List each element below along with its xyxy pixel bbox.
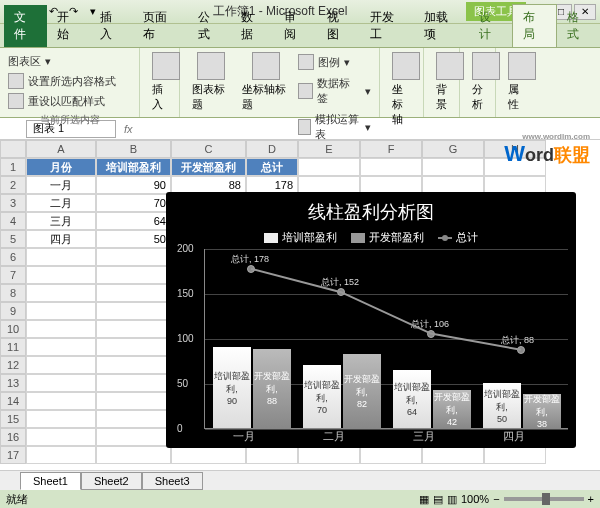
status-ready: 就绪 — [6, 492, 28, 507]
col-G[interactable]: G — [422, 140, 484, 158]
properties-button[interactable]: 属性 — [504, 52, 524, 112]
select-all-corner[interactable] — [0, 140, 26, 158]
bar-train: 培训部盈利,90 — [213, 347, 251, 428]
background-button[interactable]: 背景 — [432, 52, 451, 112]
cell[interactable]: 总计 — [246, 158, 298, 176]
props-icon — [508, 52, 536, 80]
rowhead[interactable]: 8 — [0, 284, 26, 302]
cell[interactable]: 三月 — [26, 212, 96, 230]
legend-button[interactable]: 图例▾ — [298, 52, 371, 72]
cell[interactable]: 70 — [96, 194, 171, 212]
ribbon-tabs: 文件 开始 插入 页面布 公式 数据 审阅 视图 开发工 加载项 设计 布局 格… — [0, 24, 600, 48]
cell[interactable]: 开发部盈利 — [171, 158, 246, 176]
tab-file[interactable]: 文件 — [4, 5, 47, 47]
insert-icon — [152, 52, 180, 80]
zoom-in-button[interactable]: + — [588, 493, 594, 505]
insert-button[interactable]: 插入 — [148, 52, 171, 112]
col-A[interactable]: A — [26, 140, 96, 158]
sheet-tab[interactable]: Sheet3 — [142, 472, 203, 490]
axes-icon — [392, 52, 420, 80]
col-E[interactable]: E — [298, 140, 360, 158]
tab-formula[interactable]: 公式 — [188, 5, 231, 47]
bar-dev: 开发部盈利,38 — [523, 394, 561, 428]
col-B[interactable]: B — [96, 140, 171, 158]
chart-area-dropdown[interactable]: 图表区 ▾ — [8, 52, 131, 71]
legend-icon — [298, 54, 314, 70]
bar-train: 培训部盈利,64 — [393, 370, 431, 428]
cell[interactable]: 四月 — [26, 230, 96, 248]
rowhead[interactable]: 9 — [0, 302, 26, 320]
zoom-slider[interactable] — [504, 497, 584, 501]
cell[interactable] — [360, 158, 422, 176]
format-icon — [8, 73, 24, 89]
rowhead-1[interactable]: 1 — [0, 158, 26, 176]
cell[interactable]: 50 — [96, 230, 171, 248]
rowhead[interactable]: 16 — [0, 428, 26, 446]
rowhead[interactable]: 13 — [0, 374, 26, 392]
tab-layout[interactable]: 布局 — [512, 4, 557, 47]
tab-page-layout[interactable]: 页面布 — [133, 5, 188, 47]
tab-insert[interactable]: 插入 — [90, 5, 133, 47]
col-C[interactable]: C — [171, 140, 246, 158]
chart-legend: 培训部盈利 开发部盈利 总计 — [174, 230, 568, 245]
ribbon-group-selection: 图表区 ▾ 设置所选内容格式 重设以匹配样式 当前所选内容 — [0, 48, 140, 117]
rowhead[interactable]: 3 — [0, 194, 26, 212]
view-layout-icon[interactable]: ▤ — [433, 493, 443, 506]
rowhead[interactable]: 7 — [0, 266, 26, 284]
bar-train: 培训部盈利,70 — [303, 365, 341, 428]
axes-button[interactable]: 坐标轴 — [388, 52, 415, 127]
group-label-selection: 当前所选内容 — [8, 113, 131, 127]
cell[interactable] — [422, 158, 484, 176]
cell[interactable]: 64 — [96, 212, 171, 230]
rowhead[interactable]: 14 — [0, 392, 26, 410]
tab-view[interactable]: 视图 — [317, 5, 360, 47]
cell[interactable]: 90 — [96, 176, 171, 194]
axis-title-icon — [252, 52, 280, 80]
bar-dev: 开发部盈利,42 — [433, 390, 471, 428]
tab-review[interactable]: 审阅 — [274, 5, 317, 47]
line-point — [427, 330, 435, 338]
ribbon-group-bg: 背景 — [424, 48, 460, 117]
reset-style-button[interactable]: 重设以匹配样式 — [8, 91, 131, 111]
view-pagebreak-icon[interactable]: ▥ — [447, 493, 457, 506]
col-D[interactable]: D — [246, 140, 298, 158]
analysis-button[interactable]: 分析 — [468, 52, 487, 112]
axis-title-button[interactable]: 坐标轴标题 — [238, 52, 294, 144]
chart-title: 线柱盈利分析图 — [174, 200, 568, 224]
col-F[interactable]: F — [360, 140, 422, 158]
bar-train: 培训部盈利,50 — [483, 383, 521, 428]
tab-addin[interactable]: 加载项 — [414, 5, 469, 47]
tab-data[interactable]: 数据 — [231, 5, 274, 47]
rowhead[interactable]: 17 — [0, 446, 26, 464]
cell[interactable]: 培训部盈利 — [96, 158, 171, 176]
rowhead[interactable]: 12 — [0, 356, 26, 374]
rowhead[interactable]: 15 — [0, 410, 26, 428]
format-selection-button[interactable]: 设置所选内容格式 — [8, 71, 131, 91]
tab-format[interactable]: 格式 — [557, 5, 600, 47]
zoom-level[interactable]: 100% — [461, 493, 489, 505]
tab-home[interactable]: 开始 — [47, 5, 90, 47]
rowhead[interactable]: 6 — [0, 248, 26, 266]
tab-design[interactable]: 设计 — [469, 5, 512, 47]
sheet-tab[interactable]: Sheet1 — [20, 472, 81, 490]
plot-area: 050100150200 培训部盈利,90 开发部盈利,88 一月 培训部盈利,… — [204, 249, 568, 429]
cell[interactable] — [298, 158, 360, 176]
data-table-button[interactable]: 模拟运算表▾ — [298, 110, 371, 144]
legend-item: 总计 — [438, 230, 478, 245]
rowhead[interactable]: 2 — [0, 176, 26, 194]
rowhead[interactable]: 10 — [0, 320, 26, 338]
sheet-tab[interactable]: Sheet2 — [81, 472, 142, 490]
rowhead[interactable]: 4 — [0, 212, 26, 230]
data-labels-button[interactable]: 数据标签▾ — [298, 74, 371, 108]
cell[interactable]: 一月 — [26, 176, 96, 194]
chart-title-button[interactable]: 图表标题 — [188, 52, 234, 144]
view-normal-icon[interactable]: ▦ — [419, 493, 429, 506]
tab-developer[interactable]: 开发工 — [360, 5, 415, 47]
ribbon-group-insert: 插入 — [140, 48, 180, 117]
cell[interactable]: 月份 — [26, 158, 96, 176]
zoom-out-button[interactable]: − — [493, 493, 499, 505]
cell[interactable]: 二月 — [26, 194, 96, 212]
embedded-chart[interactable]: 线柱盈利分析图 培训部盈利 开发部盈利 总计 050100150200 培训部盈… — [166, 192, 576, 448]
rowhead[interactable]: 5 — [0, 230, 26, 248]
rowhead[interactable]: 11 — [0, 338, 26, 356]
